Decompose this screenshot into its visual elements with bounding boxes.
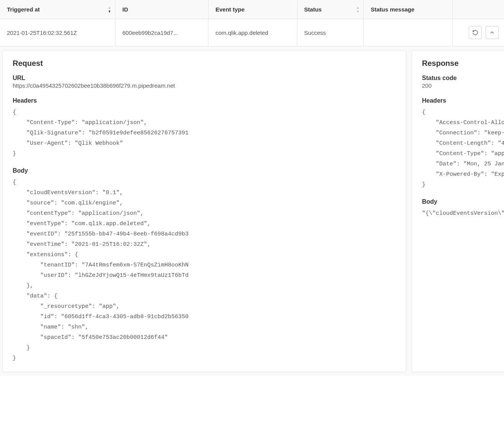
response-headers-label: Headers [422, 97, 504, 104]
cell-id: 600eeb99b2ca19d7... [115, 19, 208, 46]
sort-buttons[interactable]: ▲ ▼ [356, 6, 360, 13]
collapse-button[interactable] [486, 26, 499, 39]
request-headers-scroll[interactable]: { "Content-Type": "application/json", "Q… [13, 106, 396, 159]
col-label: Triggered at [7, 6, 40, 13]
table-row[interactable]: 2021-01-25T16:02:32.561Z 600eeb99b2ca19d… [0, 19, 504, 46]
col-event-type[interactable]: Event type [208, 0, 297, 19]
col-status[interactable]: Status ▲ ▼ [297, 0, 364, 19]
cell-status-message [364, 19, 452, 46]
sort-up-icon[interactable]: ▲ [108, 6, 111, 9]
response-body-label: Body [422, 198, 504, 205]
col-label: Event type [215, 6, 245, 13]
cell-actions [452, 19, 504, 46]
request-panel: Request URL https://c0a4954325702602bee1… [2, 50, 406, 372]
request-headers-label: Headers [13, 97, 396, 104]
request-body-scroll[interactable]: { "cloudEventsVersion": "0.1", "source":… [13, 176, 396, 363]
retry-button[interactable] [469, 26, 482, 39]
response-title: Response [422, 59, 504, 68]
col-label: ID [122, 6, 128, 13]
sort-up-icon[interactable]: ▲ [356, 6, 360, 9]
col-status-message[interactable]: Status message [364, 0, 452, 19]
sort-down-icon[interactable]: ▼ [108, 10, 111, 13]
request-body-code: { "cloudEventsVersion": "0.1", "source":… [13, 177, 396, 363]
status-code-value: 200 [422, 82, 504, 89]
request-title: Request [13, 59, 396, 68]
cell-triggered-at: 2021-01-25T16:02:32.561Z [0, 19, 115, 46]
response-panel: Response Status code 200 Headers { "Acce… [412, 50, 504, 372]
col-triggered-at[interactable]: Triggered at ▲ ▼ [0, 0, 115, 19]
details-panel: Request URL https://c0a4954325702602bee1… [0, 46, 504, 376]
sort-down-icon[interactable]: ▼ [356, 10, 360, 13]
url-value: https://c0a4954325702602bee10b38b696f279… [13, 82, 396, 89]
col-label: Status message [371, 6, 414, 13]
cell-event-type: com.qlik.app.deleted [208, 19, 297, 46]
url-label: URL [13, 75, 396, 82]
response-body-code: "{\"cloudEventsVersion\":\"0.1\",\"sourc… [422, 208, 504, 219]
status-code-label: Status code [422, 75, 504, 82]
sort-buttons[interactable]: ▲ ▼ [108, 6, 111, 13]
cell-status: Success [297, 19, 364, 46]
refresh-icon [472, 29, 478, 36]
chevron-up-icon [489, 29, 495, 36]
response-headers-code: { "Access-Control-Allow-Origin": "*", "C… [422, 107, 504, 190]
request-body-label: Body [13, 167, 396, 174]
col-id[interactable]: ID [115, 0, 208, 19]
table-header-row: Triggered at ▲ ▼ ID Event type Status ▲ [0, 0, 504, 19]
request-headers-code: { "Content-Type": "application/json", "Q… [13, 107, 396, 159]
deliveries-table: Triggered at ▲ ▼ ID Event type Status ▲ [0, 0, 504, 46]
response-body-scroll[interactable]: "{\"cloudEventsVersion\":\"0.1\",\"sourc… [422, 207, 504, 219]
col-actions [452, 0, 504, 19]
col-label: Status [304, 6, 322, 13]
response-headers-scroll[interactable]: { "Access-Control-Allow-Origin": "*", "C… [422, 106, 504, 190]
